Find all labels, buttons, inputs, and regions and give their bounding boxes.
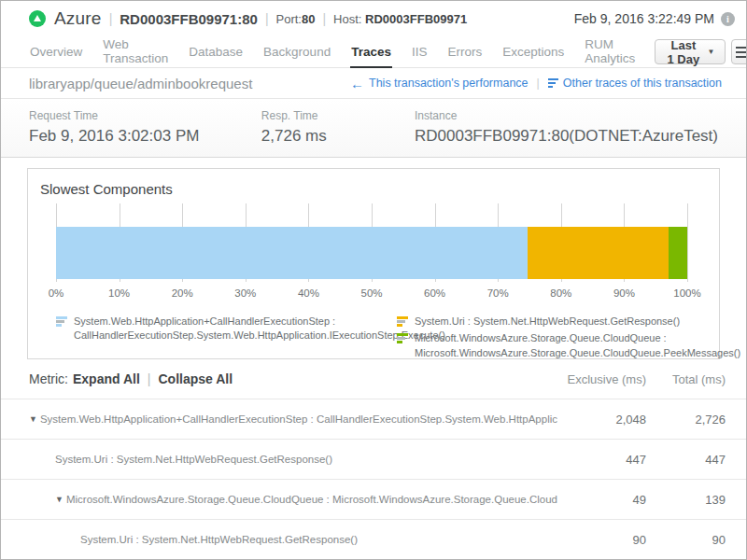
tab-traces[interactable]: Traces	[350, 36, 392, 68]
tab-background[interactable]: Background	[262, 36, 331, 68]
apm-trace-page: Azure | RD0003FFB09971:80 | Port:80 | Ho…	[0, 0, 747, 560]
request-time-value: Feb 9, 2016 3:02:03 PM	[29, 127, 261, 146]
bar-segment-0[interactable]	[56, 227, 528, 279]
collapse-all-button[interactable]: Collapse All	[158, 371, 233, 386]
app-header: Azure | RD0003FFB09971:80 | Port:80 | Ho…	[1, 1, 746, 36]
metric-name: ▼System.Web.HttpApplication+CallHandlerE…	[29, 413, 557, 425]
tab-database[interactable]: Database	[188, 36, 244, 68]
metric-name: ▼Microsoft.WindowsAzure.Storage.Queue.Cl…	[29, 494, 557, 505]
app-name: Azure	[54, 8, 102, 29]
plot-area	[56, 203, 687, 282]
legend-bars-icon	[56, 316, 67, 343]
x-tick-label: 100%	[673, 287, 700, 299]
column-header-exclusive: Exclusive (ms)	[557, 372, 646, 386]
table-row: System.Uri : System.Net.HttpWebRequest.G…	[1, 519, 746, 559]
current-timestamp: Feb 9, 2016 3:22:49 PM	[574, 11, 714, 26]
x-tick-label: 30%	[234, 287, 256, 299]
trace-table: ▼System.Web.HttpApplication+CallHandlerE…	[1, 399, 746, 559]
transaction-performance-link[interactable]: ← This transaction's performance	[350, 77, 529, 91]
trace-list-icon	[548, 78, 558, 88]
legend-entry: System.Uri : System.Net.HttpWebRequest.G…	[397, 315, 740, 329]
tab-overview[interactable]: Overview	[29, 36, 83, 68]
tab-exceptions[interactable]: Exceptions	[501, 36, 565, 68]
instance-value: RD0003FFB09971:80(DOTNET:AzureTest)	[415, 127, 718, 146]
x-tick-label: 80%	[550, 287, 571, 299]
trace-summary: Request Time Feb 9, 2016 3:02:03 PM Resp…	[1, 99, 746, 158]
collapse-caret-icon[interactable]: ▼	[29, 414, 37, 424]
table-row: ▼Microsoft.WindowsAzure.Storage.Queue.Cl…	[1, 479, 746, 519]
menu-button[interactable]	[731, 39, 747, 64]
exclusive-ms-value: 49	[557, 493, 646, 507]
port-info: Port:80	[276, 12, 316, 26]
instance-id: RD0003FFB09971:80	[120, 11, 258, 27]
table-row: System.Uri : System.Net.HttpWebRequest.G…	[1, 439, 746, 479]
total-ms-value: 447	[646, 453, 726, 467]
legend-label: System.Uri : System.Net.HttpWebRequest.G…	[415, 315, 680, 329]
x-axis-ticks: 0%10%20%30%40%50%60%70%80%90%100%	[56, 287, 687, 301]
legend-label: Microsoft.WindowsAzure.Storage.Queue.Clo…	[415, 331, 740, 360]
exclusive-ms-value: 90	[557, 533, 646, 547]
response-time-value: 2,726 ms	[261, 127, 415, 146]
host-info: Host: RD0003FFB09971	[333, 12, 467, 26]
legend-entry: System.Web.HttpApplication+CallHandlerEx…	[56, 315, 397, 343]
x-tick-label: 20%	[172, 287, 193, 299]
response-time-label: Resp. Time	[261, 109, 415, 122]
table-row: ▼System.Web.HttpApplication+CallHandlerE…	[1, 399, 746, 439]
request-time-field: Request Time Feb 9, 2016 3:02:03 PM	[29, 109, 261, 157]
tab-web-transaction[interactable]: Web Transaction	[102, 36, 169, 68]
expand-all-button[interactable]: Expand All	[73, 371, 140, 386]
total-ms-value: 2,726	[646, 413, 726, 427]
tab-rum-analytics[interactable]: RUM Analytics	[584, 36, 636, 68]
transaction-header: libraryapp/queue/adminbookrequest ← This…	[1, 68, 746, 99]
x-tick-label: 40%	[298, 287, 319, 299]
info-icon[interactable]: i	[721, 12, 735, 26]
nav-tabs: OverviewWeb TransactionDatabaseBackgroun…	[29, 36, 655, 67]
tab-iis[interactable]: IIS	[411, 36, 429, 68]
nav-bar: OverviewWeb TransactionDatabaseBackgroun…	[1, 36, 746, 68]
chevron-down-icon: ▼	[707, 48, 714, 56]
tab-errors[interactable]: Errors	[446, 36, 483, 68]
x-tick-label: 50%	[360, 287, 382, 299]
slowest-components-panel: Slowest Components 0%10%20%30%40%50%60%7…	[27, 168, 720, 359]
metric-name: System.Uri : System.Net.HttpWebRequest.G…	[29, 534, 557, 545]
bar-stack	[56, 227, 687, 279]
metric-name: System.Uri : System.Net.HttpWebRequest.G…	[29, 454, 557, 465]
other-traces-link[interactable]: Other traces of this transaction	[548, 77, 722, 90]
stacked-bar-chart: 0%10%20%30%40%50%60%70%80%90%100%	[56, 203, 687, 301]
total-ms-value: 90	[646, 533, 726, 547]
column-header-total: Total (ms)	[646, 372, 726, 386]
x-tick-label: 0%	[49, 287, 64, 299]
response-time-field: Resp. Time 2,726 ms	[261, 109, 415, 157]
x-tick-label: 70%	[487, 287, 509, 299]
exclusive-ms-value: 2,048	[557, 413, 646, 427]
metric-toolbar: Metric: Expand All | Collapse All Exclus…	[1, 359, 746, 399]
hamburger-icon	[736, 47, 747, 58]
transaction-name: libraryapp/queue/adminbookrequest	[29, 76, 252, 91]
x-tick-label: 90%	[613, 287, 635, 299]
status-up-icon	[29, 10, 46, 27]
instance-label: Instance	[415, 109, 718, 122]
arrow-left-icon: ←	[350, 77, 364, 91]
bar-segment-1[interactable]	[528, 227, 669, 279]
legend-entry: Microsoft.WindowsAzure.Storage.Queue.Clo…	[397, 331, 740, 360]
bar-segment-2[interactable]	[669, 227, 687, 279]
instance-field: Instance RD0003FFB09971:80(DOTNET:AzureT…	[415, 109, 718, 157]
legend-bars-icon	[397, 316, 408, 329]
legend-label: System.Web.HttpApplication+CallHandlerEx…	[74, 315, 445, 343]
time-range-dropdown[interactable]: Last 1 Day▼	[655, 39, 726, 64]
exclusive-ms-value: 447	[557, 453, 646, 467]
x-tick-label: 60%	[424, 287, 445, 299]
legend-bars-icon	[397, 333, 408, 360]
gridline	[687, 203, 688, 282]
metric-label: Metric:	[29, 371, 68, 386]
collapse-caret-icon[interactable]: ▼	[55, 495, 63, 504]
chart-title: Slowest Components	[28, 169, 719, 197]
x-tick-label: 10%	[108, 287, 130, 299]
chart-legend: System.Web.HttpApplication+CallHandlerEx…	[56, 315, 691, 363]
request-time-label: Request Time	[29, 109, 261, 122]
total-ms-value: 139	[646, 493, 726, 507]
